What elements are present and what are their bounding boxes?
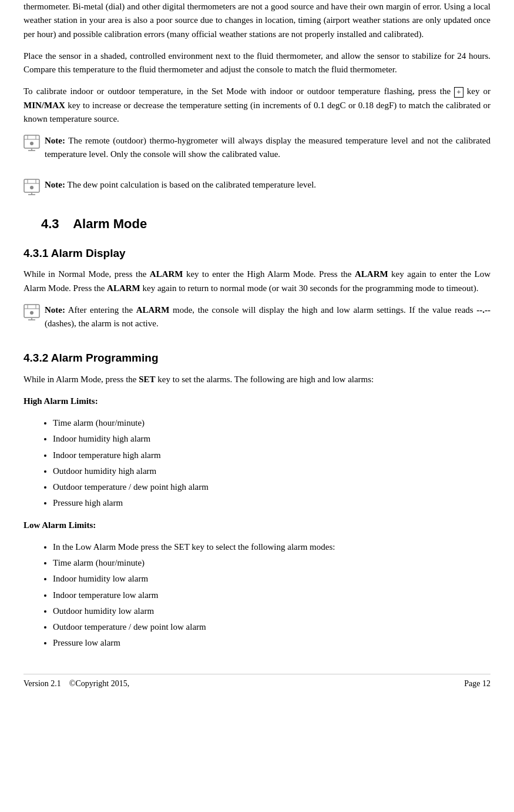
section-432-title: 4.3.2 Alarm Programming <box>23 349 491 366</box>
alarm-para-pre: While in Alarm Mode, press the <box>23 375 136 384</box>
note-label-3: Note: <box>45 305 65 315</box>
para-mid: key to enter the High Alarm Mode. Press … <box>186 269 352 279</box>
svg-point-9 <box>30 186 33 189</box>
note-text-3: Note: After entering the ALARM mode, the… <box>45 303 491 331</box>
alarm-para-end: key to set the alarms. The following are… <box>157 375 374 384</box>
para-pre: While in Normal Mode, press the <box>23 269 146 279</box>
note-content-2-text: The dew point calculation is based on th… <box>67 180 316 189</box>
note-label-1: Note: <box>45 136 65 145</box>
section-431-para: While in Normal Mode, press the ALARM ke… <box>23 268 491 295</box>
plus-key: + <box>454 87 463 98</box>
svg-point-4 <box>30 142 33 145</box>
set-key: SET <box>139 375 155 384</box>
note-content-1: The remote (outdoor) thermo-hygrometer w… <box>45 136 491 159</box>
low-alarm-list: In the Low Alarm Mode press the SET key … <box>53 540 491 650</box>
note-block-2: Note: The dew point calculation is based… <box>23 178 491 200</box>
list-item: Time alarm (hour/minute) <box>53 416 491 430</box>
note-3-end: (dashes), the alarm is not active. <box>45 319 159 328</box>
note-block-1: Note: The remote (outdoor) thermo-hygrom… <box>23 134 491 170</box>
footer-version: Version 2.1 ©Copyright 2015, <box>23 679 129 689</box>
list-item: Outdoor temperature / dew point low alar… <box>53 620 491 634</box>
calibrate-text-end: key to increase or decrease the temperat… <box>23 101 491 123</box>
alarm-key-3: ALARM <box>107 283 140 293</box>
svg-point-14 <box>30 311 33 315</box>
list-item: Indoor humidity high alarm <box>53 432 491 446</box>
alarm-key-note: ALARM <box>136 305 170 315</box>
list-item: Indoor humidity low alarm <box>53 572 491 586</box>
para-mid3: key again to return to normal mode (or w… <box>142 283 478 293</box>
page-footer: Version 2.1 ©Copyright 2015, Page 12 <box>23 674 491 689</box>
alarm-key-2: ALARM <box>355 269 388 279</box>
low-alarm-title: Low Alarm Limits: <box>23 520 96 530</box>
high-alarm-label: High Alarm Limits: <box>23 395 491 408</box>
footer-page: Page 12 <box>464 679 491 689</box>
note-icon-3 <box>23 304 40 320</box>
list-item: Outdoor humidity high alarm <box>53 465 491 478</box>
note-3-text: mode, the console will display the high … <box>173 305 473 315</box>
section-432-para: While in Alarm Mode, press the SET key t… <box>23 373 491 386</box>
list-item: Pressure low alarm <box>53 636 491 650</box>
list-item: Outdoor humidity low alarm <box>53 604 491 618</box>
paragraph-2: Place the sensor in a shaded, controlled… <box>23 49 491 77</box>
list-item: Pressure high alarm <box>53 496 491 510</box>
note-icon-1 <box>23 135 40 151</box>
note-label-2: Note: <box>45 180 65 189</box>
alarm-key-1: ALARM <box>150 269 183 279</box>
note-text-1: Note: The remote (outdoor) thermo-hygrom… <box>45 134 491 162</box>
list-item: Indoor temperature high alarm <box>53 449 491 462</box>
low-alarm-label: Low Alarm Limits: <box>23 519 491 532</box>
list-item: Indoor temperature low alarm <box>53 589 491 602</box>
high-alarm-list: Time alarm (hour/minute) Indoor humidity… <box>53 416 491 510</box>
list-item-low-intro: In the Low Alarm Mode press the SET key … <box>53 540 491 554</box>
high-alarm-title: High Alarm Limits: <box>23 396 98 406</box>
section-431-title: 4.3.1 Alarm Display <box>23 245 491 262</box>
minmax-key: MIN/MAX <box>23 101 65 110</box>
section-43-title: 4.3 Alarm Mode <box>41 214 491 234</box>
note-icon-2 <box>23 179 40 195</box>
note-block-3: Note: After entering the ALARM mode, the… <box>23 303 491 339</box>
calibrate-text-pre: To calibrate indoor or outdoor temperatu… <box>23 86 451 96</box>
list-item: Outdoor temperature / dew point high ala… <box>53 480 491 494</box>
paragraph-calibrate: To calibrate indoor or outdoor temperatu… <box>23 85 491 126</box>
paragraph-1: thermometer. Bi-metal (dial) and other d… <box>23 0 491 41</box>
list-item: Time alarm (hour/minute) <box>53 556 491 570</box>
note-3-after-pre: After entering the <box>68 305 133 315</box>
dashes-value: --.-- <box>476 305 491 315</box>
note-text-2: Note: The dew point calculation is based… <box>45 178 491 192</box>
